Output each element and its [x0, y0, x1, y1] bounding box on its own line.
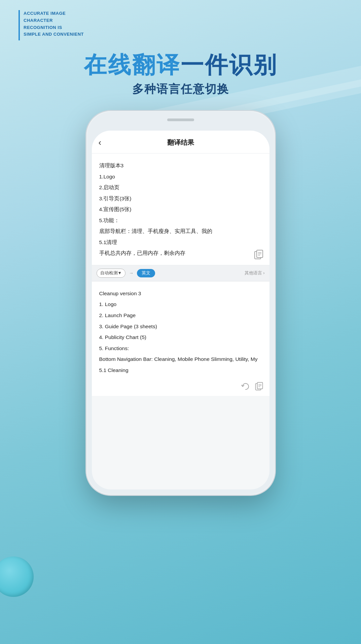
en-line-1: Cleanup version 3 — [99, 288, 262, 299]
en-line-4: 3. Guide Page (3 sheets) — [99, 321, 262, 332]
en-line-7: Bottom Navigation Bar: Cleaning, Mobile … — [99, 354, 262, 365]
phone-outer: ‹ 翻译结果 清理版本3 1.Logo 2.启动页 3.引导页(3张) 4.宣传… — [86, 111, 275, 495]
copy-icon-bottom[interactable] — [255, 382, 263, 391]
screen-title: 翻译结果 — [111, 138, 251, 147]
cn-line-4: 3.引导页(3张) — [99, 193, 262, 204]
bottom-action-icons — [241, 382, 263, 391]
hero-title: 在线翻译一件识别 — [0, 52, 361, 77]
tagline-line1: ACCURATE IMAGE — [24, 11, 66, 16]
original-text-section: 清理版本3 1.Logo 2.启动页 3.引导页(3张) 4.宣传图(5张) 5… — [92, 154, 269, 265]
hero-title-part2: 一件识别 — [181, 52, 278, 77]
other-lang-label: 其他语言 › — [245, 270, 265, 276]
bg-sphere-decoration — [0, 556, 34, 597]
cn-line-9: 手机总共内存，已用内存，剩余内存 — [99, 248, 262, 259]
phone-speaker — [167, 118, 194, 121]
tagline-line3: RECOGNITION IS — [24, 25, 62, 30]
en-line-3: 2. Launch Page — [99, 310, 262, 321]
en-line-6: 5. Functions: — [99, 343, 262, 354]
arrow-icon: → — [128, 270, 134, 276]
phone-mockup: ‹ 翻译结果 清理版本3 1.Logo 2.启动页 3.引导页(3张) 4.宣传… — [86, 111, 275, 495]
cn-line-5: 4.宣传图(5张) — [99, 204, 262, 215]
translation-toolbar: 自动检测▼ → 英文 其他语言 › — [92, 265, 269, 281]
hero-title-part1: 在线翻译 — [84, 52, 181, 77]
cn-line-6: 5.功能： — [99, 215, 262, 226]
chinese-content: 清理版本3 1.Logo 2.启动页 3.引导页(3张) 4.宣传图(5张) 5… — [99, 160, 262, 259]
cn-line-3: 2.启动页 — [99, 182, 262, 193]
translated-text-section: Cleanup version 3 1. Logo 2. Launch Page… — [92, 281, 269, 396]
hero-subtitle: 多种语言任意切换 — [0, 81, 361, 97]
en-line-8: 5.1 Cleaning — [99, 365, 262, 376]
tagline-line4: SIMPLE AND CONVENIENT — [24, 32, 84, 37]
auto-detect-label: 自动检测▼ — [100, 270, 122, 276]
cn-line-8: 5.1清理 — [99, 237, 262, 248]
en-line-2: 1. Logo — [99, 299, 262, 310]
hero-section: 在线翻译一件识别 多种语言任意切换 — [0, 52, 361, 97]
cn-line-2: 1.Logo — [99, 171, 262, 182]
english-content: Cleanup version 3 1. Logo 2. Launch Page… — [99, 288, 262, 376]
back-button[interactable]: ‹ — [99, 137, 111, 148]
tagline-block: ACCURATE IMAGE CHARACTER RECOGNITION IS … — [24, 10, 84, 38]
cn-line-1: 清理版本3 — [99, 160, 262, 171]
copy-icon[interactable] — [254, 249, 263, 260]
target-lang-button[interactable]: 英文 — [137, 269, 155, 277]
en-line-5: 4. Publicity Chart (5) — [99, 332, 262, 343]
accent-bar — [19, 10, 20, 40]
target-lang-label: 英文 — [142, 271, 150, 275]
other-lang-link[interactable]: 其他语言 › — [245, 270, 265, 276]
auto-detect-button[interactable]: 自动检测▼ — [97, 269, 125, 278]
phone-screen: ‹ 翻译结果 清理版本3 1.Logo 2.启动页 3.引导页(3张) 4.宣传… — [92, 131, 269, 489]
cn-line-7: 底部导航栏：清理、手机瘦身、实用工具、我的 — [99, 226, 262, 237]
tagline-line2: CHARACTER — [24, 18, 53, 23]
screen-header: ‹ 翻译结果 — [92, 131, 269, 154]
refresh-icon[interactable] — [241, 382, 250, 391]
